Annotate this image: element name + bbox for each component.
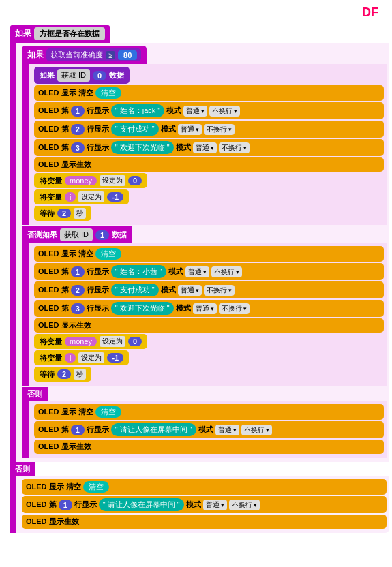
face-outer-mode-label: 模式 [186,500,201,510]
jack-text: " 姓名：jack " [111,104,164,117]
oled-effect-else-inner-label: OLED 显示生效 [38,442,91,452]
oled-clear-else-outer-label: OLED 显示 清空 [26,482,81,492]
wait-1-unit: 秒 [74,208,86,219]
oled-row2-payment2: OLED 第 2 行显示 " 支付成功 " 模式 普通 不换行 [34,281,384,298]
money-val-1: 0 [128,176,142,185]
mode-label-1: 模式 [166,106,181,116]
oled-welcome2-num: 3 [71,303,85,314]
oled-face-inner-show: 行显示 [87,425,109,435]
elseif-data-label: 数据 [112,230,127,240]
mode-dropdown-3[interactable]: 普通 [193,142,217,153]
else-outer-text: 否则 [15,464,30,474]
oled-xiao-row-num: 1 [71,266,85,277]
wait-1-label: 等待 [40,209,55,219]
id0-val: 0 [93,71,106,80]
xiao-text: " 姓名：小茜 " [111,265,166,278]
wait-2-val: 2 [57,369,71,379]
elseif-get-id: 获取 ID [60,228,93,241]
oled-face-outer-show: 行显示 [74,500,97,510]
oled-effect-1-label: OLED 显示生效 [38,159,91,170]
xiao-nowrap-dropdown[interactable]: 不换行 [211,266,242,277]
face-inner-mode-dropdown[interactable]: 普通 [215,425,239,435]
mode-label-3: 模式 [176,142,191,153]
outer-if-condition: 方框是否存在数据 [34,27,105,40]
df-label: DF [362,5,378,20]
oled-clear-else-inner: OLED 显示 清空 清空 [34,404,384,420]
payment2-mode-label: 模式 [161,285,176,295]
welcome2-mode-label: 模式 [176,303,191,313]
elseif-block: 否测如果 获取 ID 1 数据 [22,226,132,243]
payment1-text: " 支付成功 " [111,123,159,136]
face-outer-mode-dropdown[interactable]: 普通 [203,500,227,510]
else-outer-label: 否则 [10,462,35,476]
oled-show-1: 行显示 [87,106,109,116]
oled-effect-2-label: OLED 显示生效 [38,320,91,331]
set-money-2-label: 将变量 [40,337,62,347]
oled-row-label-3: OLED 第 [38,142,69,153]
welcome2-mode-dropdown[interactable]: 普通 [193,303,217,314]
face-outer-nowrap-dropdown[interactable]: 不换行 [229,500,260,510]
oled-show-2: 行显示 [87,124,109,134]
oled-payment2-row: OLED 第 [38,285,69,295]
oled-row1-jack: OLED 第 1 行显示 " 姓名：jack " 模式 普通 不换行 [34,102,384,119]
mode-dropdown-1[interactable]: 普通 [183,106,207,117]
oled-face-outer-num: 1 [59,500,72,510]
nowrap-dropdown-3[interactable]: 不换行 [219,142,250,153]
oled-xiao-show: 行显示 [87,266,109,277]
if-id0-block: 如果 获取 ID 0 数据 [34,67,130,84]
i-var-2: i [65,353,76,363]
oled-row1-face-outer: OLED 第 1 行显示 " 请让人像在屏幕中间 " 模式 普通 不换行 [22,496,387,513]
money-val-2: 0 [128,337,142,346]
else-inner-label: 否则 [22,387,48,401]
nowrap-dropdown-1[interactable]: 不换行 [209,106,240,117]
oled-face-inner-row: OLED 第 [38,425,69,435]
set-money-2: 将变量 money 设定为 0 [34,334,147,349]
seti-label-1: 设定为 [78,191,104,202]
oled-row-label-1: OLED 第 [38,106,69,116]
oled-clear-2-val: 清空 [95,248,121,260]
oled-clear-1-val: 清空 [95,87,121,99]
wait-1-val: 2 [57,209,71,218]
oled-effect-else-inner: OLED 显示生效 [34,440,384,454]
oled-clear-else-outer: OLED 显示 清空 清空 [22,479,387,495]
face-outer-text: " 请让人像在屏幕中间 " [99,498,184,511]
mode-dropdown-2[interactable]: 普通 [178,124,202,135]
i-val-2: -1 [107,353,123,363]
set-label-1: 设定为 [100,175,125,186]
oled-row3-num: 3 [71,142,85,153]
oled-row1-num: 1 [71,106,85,117]
oled-row1-face-inner: OLED 第 1 行显示 " 请让人像在屏幕中间 " 模式 普通 不换行 [34,421,384,438]
welcome2-nowrap-dropdown[interactable]: 不换行 [219,303,250,314]
accuracy-cond: 获取当前准确度 ≥ 80 [46,48,141,61]
face-inner-nowrap-dropdown[interactable]: 不换行 [241,425,272,435]
wait-1: 等待 2 秒 [34,206,91,221]
face-inner-mode-label: 模式 [198,425,213,435]
payment2-nowrap-dropdown[interactable]: 不换行 [204,285,235,296]
oled-welcome2-show: 行显示 [87,303,109,313]
money-var-1: money [65,176,97,185]
oled-row1-xiao: OLED 第 1 行显示 " 姓名：小茜 " 模式 普通 不换行 [34,263,384,280]
oled-clear-2-label: OLED 显示 清空 [38,249,93,259]
payment2-mode-dropdown[interactable]: 普通 [178,285,202,296]
oled-effect-1: OLED 显示生效 [34,157,384,172]
set-money-1: 将变量 money 设定为 0 [34,173,147,188]
oled-row2-payment1: OLED 第 2 行显示 " 支付成功 " 模式 普通 不换行 [34,121,384,138]
wait-2-label: 等待 [40,369,55,380]
op-label: ≥ [106,51,115,59]
xiao-mode-dropdown[interactable]: 普通 [185,266,209,277]
set-i-1-label: 将变量 [40,192,62,202]
oled-clear-1-label: OLED 显示 清空 [38,88,93,98]
i-val-1: -1 [107,192,123,202]
inner-if-block: 如果 获取当前准确度 ≥ 80 [22,46,147,64]
oled-effect-else-outer-label: OLED 显示生效 [26,517,79,527]
nowrap-dropdown-2[interactable]: 不换行 [204,124,235,135]
oled-welcome2-row: OLED 第 [38,303,69,313]
data-label: 数据 [109,70,124,80]
if-id0-label: 如果 [40,70,55,80]
oled-xiao-row-label: OLED 第 [38,266,69,277]
wait-2-unit: 秒 [74,369,86,380]
set-i-2: 将变量 i 设定为 -1 [34,350,129,365]
accuracy-value: 80 [118,50,137,60]
elseif-label: 否测如果 [27,230,57,240]
oled-payment2-show: 行显示 [87,285,109,295]
